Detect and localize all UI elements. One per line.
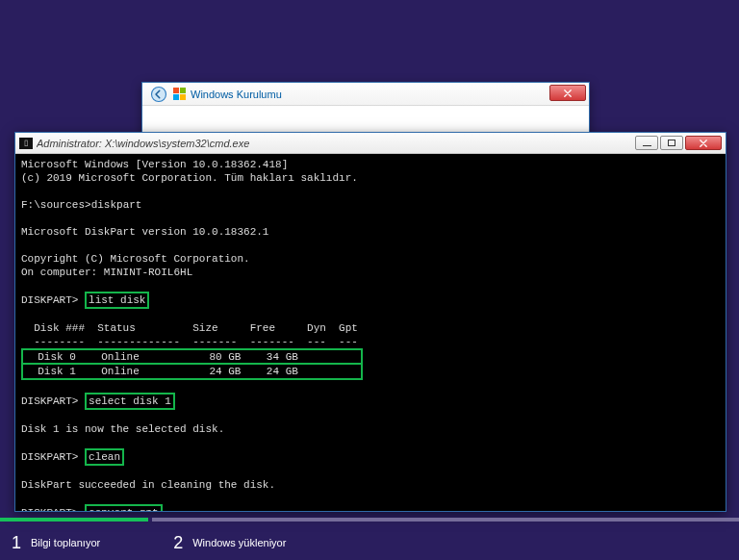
diskpart-prompt: DISKPART>	[21, 507, 78, 511]
close-icon	[700, 140, 707, 147]
cmd-line: Disk 1 is now the selected disk.	[21, 423, 224, 435]
highlighted-command: list disk	[85, 292, 149, 309]
progress-segment-rest	[152, 518, 739, 522]
cmd-output-area[interactable]: Microsoft Windows [Version 10.0.18362.41…	[15, 154, 726, 511]
highlighted-row: Disk 0 Online 80 GB 34 GB	[21, 348, 363, 364]
cmd-window: ▯ Administrator: X:\windows\system32\cmd…	[14, 132, 726, 512]
cmd-line: Microsoft Windows [Version 10.0.18362.41…	[21, 159, 288, 170]
cmd-maximize-button[interactable]	[660, 136, 683, 150]
minimize-icon	[643, 145, 651, 146]
svg-rect-4	[180, 94, 186, 100]
wizard-titlebar: Windows Kurulumu	[142, 83, 589, 106]
cmd-close-button[interactable]	[685, 136, 722, 150]
cmd-line: Microsoft DiskPart version 10.0.18362.1	[21, 226, 268, 238]
windows-flag-icon	[173, 88, 187, 101]
step-label: Windows yükleniyor	[192, 537, 286, 548]
cmd-line: On computer: MININT-ROIL6HL	[21, 267, 192, 278]
table-header: Disk ### Status Size Free Dyn Gpt	[34, 322, 358, 334]
highlighted-command: convert gpt	[85, 504, 163, 511]
maximize-icon	[668, 140, 675, 146]
highlighted-command: clean	[85, 448, 124, 466]
setup-progress-bar	[0, 518, 739, 522]
highlighted-row: Disk 1 Online 24 GB 24 GB	[21, 363, 363, 380]
diskpart-prompt: DISKPART>	[21, 294, 78, 306]
setup-steps-row: 1 Bilgi toplanıyor 2 Windows yükleniyor	[0, 525, 739, 560]
step-label: Bilgi toplanıyor	[31, 537, 100, 548]
svg-rect-3	[173, 94, 179, 100]
cmd-title: Administrator: X:\windows\system32\cmd.e…	[37, 138, 635, 149]
close-icon	[564, 89, 572, 97]
setup-wizard-window: Windows Kurulumu	[141, 82, 590, 140]
cmd-line: Copyright (C) Microsoft Corporation.	[21, 253, 250, 265]
cmd-command: diskpart	[91, 199, 142, 211]
cmd-line: DiskPart succeeded in cleaning the disk.	[21, 479, 275, 491]
cmd-window-icon: ▯	[19, 138, 33, 149]
windows-setup-desktop: Windows Kurulumu ▯ Administrator: X:\win…	[0, 0, 739, 560]
step-number: 2	[173, 533, 183, 553]
cmd-prompt: F:\sources>	[21, 199, 91, 211]
setup-step-2: 2 Windows yükleniyor	[162, 533, 286, 553]
step-number: 1	[12, 533, 21, 553]
diskpart-prompt: DISKPART>	[21, 451, 78, 463]
wizard-close-button[interactable]	[549, 85, 586, 101]
diskpart-prompt: DISKPART>	[21, 395, 78, 407]
svg-point-0	[152, 87, 166, 101]
wizard-back-button[interactable]	[146, 83, 171, 106]
cmd-titlebar[interactable]: ▯ Administrator: X:\windows\system32\cmd…	[15, 133, 726, 154]
cmd-window-controls	[635, 136, 722, 150]
highlighted-command: select disk 1	[85, 393, 175, 410]
progress-segment-done	[0, 518, 148, 522]
svg-rect-2	[180, 88, 186, 93]
back-arrow-icon	[150, 86, 167, 103]
svg-rect-1	[173, 88, 179, 93]
table-divider: -------- ------------- ------- ------- -…	[34, 336, 358, 347]
setup-step-1: 1 Bilgi toplanıyor	[0, 533, 100, 553]
wizard-title: Windows Kurulumu	[191, 89, 282, 100]
cmd-line: (c) 2019 Microsoft Corporation. Tüm hakl…	[21, 172, 358, 184]
cmd-minimize-button[interactable]	[635, 136, 658, 150]
